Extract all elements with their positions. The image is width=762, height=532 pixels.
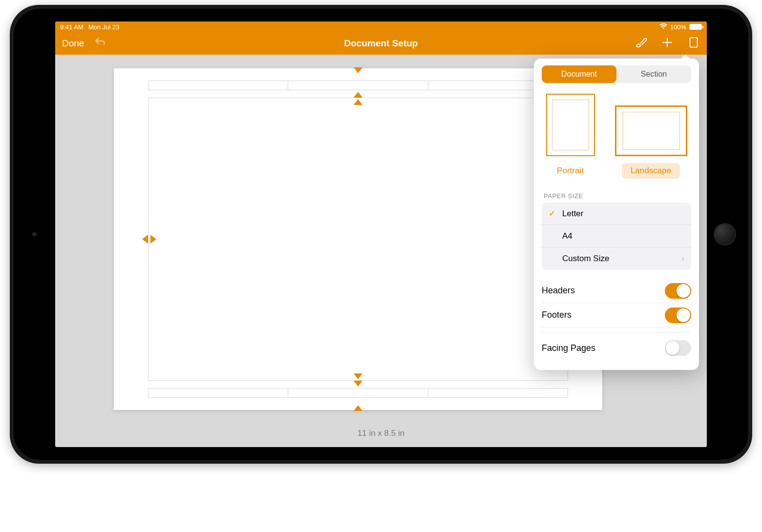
paper-size-list: ✓ Letter A4 Custom Size › — [542, 203, 691, 270]
orientation-landscape[interactable]: Landscape — [615, 94, 687, 179]
chevron-right-icon: › — [681, 254, 684, 264]
headers-toggle[interactable] — [665, 283, 691, 299]
list-item-label: A4 — [562, 231, 572, 241]
orientation-portrait[interactable]: Portrait — [546, 94, 595, 179]
paper-size-a4[interactable]: A4 — [542, 225, 691, 247]
page-size-label: 11 in x 8.5 in — [55, 429, 707, 438]
footer-row[interactable] — [148, 388, 568, 398]
portrait-thumb-icon — [546, 94, 595, 156]
status-time: 9:41 AM — [60, 23, 84, 31]
facing-pages-row: Facing Pages — [542, 336, 691, 360]
facing-pages-toggle[interactable] — [665, 340, 691, 356]
status-bar: 9:41 AM Mon Jul 23 100% — [55, 21, 707, 32]
footers-toggle[interactable] — [665, 307, 691, 323]
margin-handle-top-down-icon[interactable] — [354, 67, 362, 73]
document-options-icon[interactable] — [687, 36, 700, 51]
margin-handle-footer-icon[interactable] — [354, 381, 362, 387]
svg-rect-2 — [690, 38, 697, 47]
wifi-icon — [659, 23, 667, 31]
margin-handle-header-icon[interactable] — [354, 92, 362, 98]
plus-icon[interactable] — [661, 36, 674, 51]
margin-handle-left-inner-icon[interactable] — [150, 235, 156, 244]
checkmark-icon: ✓ — [549, 208, 555, 219]
paper-size-custom[interactable]: Custom Size › — [542, 247, 691, 270]
title-bar: Done Document Setup — [55, 32, 707, 55]
done-button[interactable]: Done — [62, 38, 84, 49]
battery-icon — [689, 24, 702, 30]
footers-row: Footers — [542, 303, 691, 327]
paper-size-letter[interactable]: ✓ Letter — [542, 203, 691, 225]
landscape-thumb-icon — [615, 105, 687, 156]
facing-pages-label: Facing Pages — [542, 343, 595, 353]
battery-pct: 100% — [670, 23, 686, 31]
undo-icon[interactable] — [94, 36, 106, 51]
header-row[interactable] — [148, 81, 568, 90]
headers-label: Headers — [542, 286, 575, 296]
margin-handle-body-bot-icon[interactable] — [354, 373, 362, 379]
document-setup-popover: Document Section Portrait Landscape PAPE… — [534, 59, 699, 370]
paper-size-header: PAPER SIZE — [542, 192, 691, 200]
footers-label: Footers — [542, 310, 572, 320]
orientation-landscape-label: Landscape — [622, 163, 680, 179]
margin-handle-body-top-icon[interactable] — [354, 99, 362, 105]
list-item-label: Letter — [562, 209, 583, 219]
screen: 9:41 AM Mon Jul 23 100% Done — [55, 21, 707, 447]
brush-icon[interactable] — [635, 36, 647, 51]
list-item-label: Custom Size — [562, 254, 609, 264]
page-title: Document Setup — [55, 38, 707, 49]
camera-dot — [32, 232, 37, 237]
tab-section[interactable]: Section — [616, 65, 691, 83]
tab-document[interactable]: Document — [542, 65, 616, 83]
home-button[interactable] — [714, 223, 736, 246]
margin-handle-left-icon[interactable] — [142, 235, 148, 244]
divider — [542, 332, 691, 333]
document-page[interactable] — [114, 68, 602, 410]
status-date: Mon Jul 23 — [88, 23, 120, 31]
margin-handle-bottom-up-icon[interactable] — [354, 405, 362, 411]
tab-segmented-control[interactable]: Document Section — [542, 65, 691, 83]
headers-row: Headers — [542, 279, 691, 303]
orientation-portrait-label: Portrait — [548, 163, 593, 179]
page-body[interactable] — [148, 98, 568, 381]
device-frame: 9:41 AM Mon Jul 23 100% Done — [10, 5, 752, 464]
